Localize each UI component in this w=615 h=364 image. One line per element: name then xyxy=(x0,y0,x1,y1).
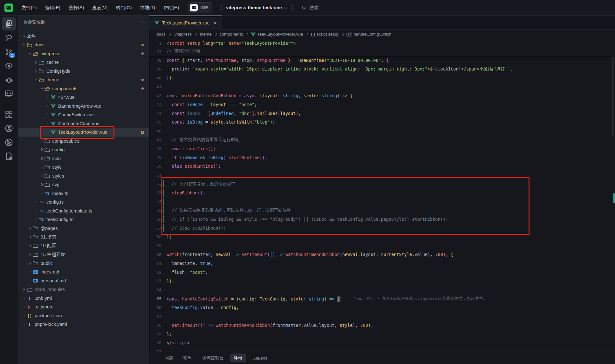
eye-icon[interactable] xyxy=(2,59,16,72)
line-number[interactable]: 61 xyxy=(149,261,161,266)
tree-item-ContributeChart.vue[interactable]: ContributeChart.vue xyxy=(18,119,149,128)
tree-item-cache[interactable]: cache xyxy=(18,58,149,67)
code-line-66[interactable]: 66 teekConfig.value = config; xyxy=(149,303,615,312)
tree-item-teekConfig.ts[interactable]: TSteekConfig.ts xyxy=(18,215,149,224)
code-line-43[interactable]: 43 const isHome = layout === "home"; xyxy=(149,100,615,109)
line-number[interactable]: 43 xyxy=(149,102,161,107)
tree-item-404.vue[interactable]: 404.vue xyxy=(18,93,149,102)
line-number[interactable]: 42 xyxy=(149,93,161,98)
close-icon[interactable]: × xyxy=(214,20,216,26)
tree-item-ConfigHyde[interactable]: ConfigHyde xyxy=(18,67,149,76)
line-number[interactable]: 49 xyxy=(149,155,161,160)
code-line-53[interactable]: 53 stopRibbon(); xyxy=(149,188,615,197)
line-number[interactable]: 41 xyxy=(149,84,161,89)
tree-item-.cnb.yml[interactable]: !.cnb.yml xyxy=(18,294,149,303)
code-line-56[interactable]: 56 // if ((isHome && isBlog && style !==… xyxy=(149,215,615,224)
tree-item-teekConfig.template.ts[interactable]: TSteekConfig.template.ts xyxy=(18,206,149,215)
code-line-61[interactable]: 61 immediate: true, xyxy=(149,259,615,268)
code-line-40[interactable]: 40}); xyxy=(149,74,615,83)
line-number[interactable]: 48 xyxy=(149,146,161,151)
tree-item-config.ts[interactable]: TSconfig.ts xyxy=(18,198,149,207)
tree-item-composables[interactable]: composables xyxy=(18,137,149,145)
code-line-67[interactable]: 67 xyxy=(149,312,615,321)
code-line-50[interactable]: 50 else stopRuntime(); xyxy=(149,162,615,171)
tree-item-01.指南[interactable]: 01.指南 xyxy=(18,233,149,242)
tree-item-components[interactable]: components xyxy=(18,84,149,93)
more-actions-icon[interactable]: ⋯ xyxy=(139,18,145,25)
code-review-icon[interactable] xyxy=(2,136,16,149)
code-line-44[interactable]: 44 const isDoc = [undefined, "doc"].incl… xyxy=(149,109,615,118)
breadcrumb-handleConfigSwitch[interactable]: @handleConfigSwitch xyxy=(346,32,392,37)
panel-tab-问题[interactable]: 问题 xyxy=(161,354,177,362)
code-line-71[interactable]: 71 xyxy=(149,347,615,352)
tree-item-node_modules[interactable]: node_modules xyxy=(18,285,149,294)
tree-item-@pages[interactable]: @pages xyxy=(18,224,149,233)
line-number[interactable]: 53 xyxy=(149,190,161,195)
tree-item-styles[interactable]: styles xyxy=(18,172,149,180)
code-line-62[interactable]: 62 flush: "post", xyxy=(149,268,615,277)
breadcrumb-docs[interactable]: docs xyxy=(156,32,166,37)
tree-item-.vitepress[interactable]: .vitepress xyxy=(18,49,149,58)
tree-item-index.md[interactable]: M↓index.md xyxy=(18,268,149,277)
code-line-46[interactable]: 46 xyxy=(149,126,615,135)
tree-item-.gitignore[interactable]: .gitignore xyxy=(18,303,149,312)
line-number[interactable]: 52 xyxy=(149,182,161,186)
menu-查看[interactable]: 查看(V) xyxy=(89,3,111,12)
panel-tab-输出[interactable]: 输出 xyxy=(180,354,196,362)
code-line-65[interactable]: 65const handleConfigSwitch = (config: Te… xyxy=(149,294,615,303)
line-number[interactable]: 62 xyxy=(149,270,161,275)
ide-badge[interactable]: IDE xyxy=(188,2,212,13)
line-number[interactable]: 55 xyxy=(149,208,161,213)
line-number[interactable]: 38 xyxy=(149,58,161,63)
menu-文件[interactable]: 文件(F) xyxy=(18,3,40,12)
line-number[interactable]: 39 xyxy=(149,67,161,71)
menu-终端[interactable]: 终端(T) xyxy=(137,3,159,12)
code-line-70[interactable]: 70</script> xyxy=(149,339,615,347)
menu-选择[interactable]: 选择(S) xyxy=(65,3,87,12)
source-control-icon[interactable]: 1 xyxy=(2,45,16,58)
line-number[interactable]: 54 xyxy=(149,199,161,204)
line-number[interactable]: 66 xyxy=(149,305,161,310)
search-icon[interactable] xyxy=(2,31,16,44)
breadcrumb-components[interactable]: components xyxy=(220,32,243,37)
file-settings-icon[interactable] xyxy=(2,150,16,163)
line-number[interactable]: 46 xyxy=(149,129,161,133)
line-number[interactable]: 63 xyxy=(149,279,161,283)
code-line-47[interactable]: 47 // 博客类风格的首页显示运行时间 xyxy=(149,135,615,144)
line-number[interactable]: 37 xyxy=(149,49,161,54)
tree-item-style[interactable]: style xyxy=(18,163,149,172)
tree-item-15.主题开发[interactable]: 15.主题开发 xyxy=(18,250,149,259)
code-line-64[interactable]: 64 xyxy=(149,286,615,294)
code-line-54[interactable]: 54 xyxy=(149,197,615,206)
breadcrumb-theme[interactable]: theme xyxy=(200,32,212,37)
tree-item-package.json[interactable]: { }package.json xyxy=(18,311,149,320)
line-number[interactable]: 47 xyxy=(149,138,161,142)
breadcrumb-TeekLayoutProvider.vue[interactable]: TeekLayoutProvider.vue xyxy=(251,32,303,37)
code-line-58[interactable]: 58}; xyxy=(149,233,615,241)
code-line-57[interactable]: 57 // else stopRibbon(); xyxy=(149,224,615,233)
code-line-41[interactable]: 41 xyxy=(149,82,615,91)
code-line-48[interactable]: 48 await nextTick(); xyxy=(149,144,615,153)
menu-编辑[interactable]: 编辑(E) xyxy=(42,3,64,12)
tree-item-public[interactable]: public xyxy=(18,259,149,268)
line-number[interactable]: 45 xyxy=(149,120,161,125)
tree-item-svg[interactable]: svg xyxy=(18,180,149,189)
line-number[interactable]: 57 xyxy=(149,226,161,231)
breadcrumb-.vitepress[interactable]: .vitepress xyxy=(174,32,192,37)
code-line-59[interactable]: 59 xyxy=(149,241,615,250)
line-number[interactable]: 67 xyxy=(149,314,161,319)
line-number[interactable]: 56 xyxy=(149,217,161,222)
tree-item-icon[interactable]: icon xyxy=(18,154,149,163)
line-number[interactable]: 1 xyxy=(149,41,161,46)
code-line-63[interactable]: 63}); xyxy=(149,277,615,286)
code-line-49[interactable]: 49 if (isHome && isBlog) startRuntime(); xyxy=(149,153,615,162)
line-number[interactable]: 40 xyxy=(149,76,161,80)
code-line-55[interactable]: 55 // 如果需要恢复彩带功能，可以注释上面一行，取消下面注释 xyxy=(149,206,615,215)
code-line-60[interactable]: 60watch(frontmatter, newVal => setTimeou… xyxy=(149,250,615,259)
panel-tab-调试控制台[interactable]: 调试控制台 xyxy=(198,354,228,362)
tab-teeklayoutprovider[interactable]: TeekLayoutProvider.vue × xyxy=(149,16,222,30)
line-number[interactable]: 60 xyxy=(149,252,161,257)
tree-item-config[interactable]: config xyxy=(18,145,149,154)
line-number[interactable]: 68 xyxy=(149,323,161,327)
code-line-69[interactable]: 69}; xyxy=(149,330,615,339)
